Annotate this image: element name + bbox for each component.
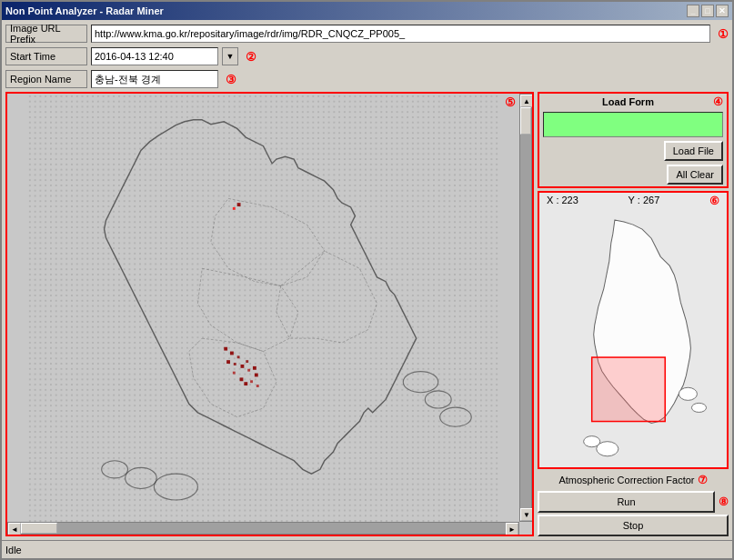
svg-rect-25 (256, 385, 259, 387)
image-url-label: Image URL Prefix (5, 25, 87, 43)
badge-5: ⑤ (505, 95, 516, 109)
status-bar: Idle (2, 540, 732, 558)
badge-8: ⑧ (719, 495, 729, 508)
svg-rect-17 (246, 360, 248, 363)
map-coordinates: X : 223 Y : 267 ⑥ (539, 193, 727, 209)
scroll-left-button[interactable]: ◄ (8, 523, 21, 535)
start-time-row: Start Time ▼ ② (5, 46, 729, 66)
stop-button[interactable]: Stop (538, 515, 729, 536)
mini-map-svg (539, 211, 727, 469)
svg-rect-13 (237, 355, 240, 358)
coord-y: Y : 267 (628, 195, 660, 207)
load-form-indicator (543, 112, 723, 137)
coord-x: X : 223 (547, 195, 578, 207)
maximize-button[interactable]: □ (701, 5, 714, 17)
region-name-row: Region Name ③ (5, 69, 729, 89)
svg-rect-16 (241, 365, 245, 368)
right-buttons: Load File (539, 139, 727, 163)
status-text: Idle (5, 545, 22, 555)
image-url-row: Image URL Prefix ① (5, 24, 729, 44)
atmospheric-correction-label: Atmospheric Correction Factor ⑦ (538, 472, 729, 488)
badge-2: ② (246, 50, 256, 64)
badge-3: ③ (226, 73, 236, 86)
scroll-right-button[interactable]: ► (506, 523, 518, 535)
svg-rect-11 (224, 347, 227, 351)
map-canvas[interactable] (7, 94, 519, 522)
svg-rect-19 (247, 369, 250, 372)
start-time-label: Start Time (5, 47, 87, 65)
vertical-scroll-track[interactable] (520, 107, 531, 508)
all-clear-button[interactable]: All Clear (667, 165, 723, 185)
svg-rect-15 (234, 363, 236, 365)
map-svg (7, 94, 519, 522)
datetime-dropdown-button[interactable]: ▼ (222, 47, 238, 65)
main-map-panel: ▲ ▼ ◄ ► ⑤ (5, 92, 534, 536)
svg-rect-18 (253, 366, 256, 370)
svg-rect-22 (240, 377, 244, 381)
scroll-up-button[interactable]: ▲ (520, 95, 533, 107)
right-panel: Load Form ④ Load File All Clear (538, 92, 729, 536)
badge-7: ⑦ (698, 474, 708, 486)
horizontal-scrollbar[interactable]: ◄ ► (7, 522, 519, 535)
close-button[interactable]: ✕ (716, 5, 729, 17)
window-title: Non Point Analyzer - Radar Miner (5, 5, 164, 16)
main-window: Non Point Analyzer - Radar Miner _ □ ✕ I… (0, 0, 734, 560)
svg-rect-31 (592, 357, 666, 421)
all-clear-row: All Clear (539, 163, 727, 186)
vertical-scrollbar[interactable]: ▲ ▼ (519, 94, 532, 522)
svg-rect-12 (230, 352, 234, 355)
svg-rect-23 (250, 380, 253, 383)
horizontal-scroll-thumb[interactable] (21, 523, 57, 534)
title-bar-buttons: _ □ ✕ (687, 5, 729, 17)
run-stop-area: Run ⑧ Stop (538, 491, 729, 536)
vertical-scroll-thumb[interactable] (520, 107, 531, 135)
svg-rect-21 (233, 372, 236, 375)
svg-rect-10 (233, 207, 236, 210)
region-name-label: Region Name (5, 70, 87, 88)
badge-1: ① (718, 27, 729, 41)
svg-rect-24 (244, 382, 247, 385)
scroll-down-button[interactable]: ▼ (520, 508, 533, 521)
load-form-title: Load Form (543, 96, 713, 107)
svg-point-29 (679, 387, 697, 400)
svg-point-28 (584, 436, 600, 447)
load-form-header: Load Form ④ (539, 94, 727, 110)
horizontal-scroll-track[interactable] (21, 523, 506, 534)
badge-6: ⑥ (709, 195, 719, 207)
svg-rect-9 (237, 203, 241, 206)
svg-point-30 (691, 403, 706, 412)
svg-rect-2 (27, 94, 499, 522)
main-area: ▲ ▼ ◄ ► ⑤ (5, 92, 729, 536)
load-file-button[interactable]: Load File (664, 141, 723, 161)
svg-rect-14 (226, 360, 230, 364)
minimize-button[interactable]: _ (687, 5, 699, 17)
start-time-input[interactable] (91, 47, 218, 65)
svg-rect-20 (255, 374, 258, 377)
content-area: Image URL Prefix ① Start Time ▼ ② Region… (2, 20, 732, 540)
title-bar: Non Point Analyzer - Radar Miner _ □ ✕ (2, 2, 732, 20)
run-button[interactable]: Run (538, 491, 715, 513)
load-form-area: Load Form ④ Load File All Clear (538, 92, 729, 188)
mini-map-panel: X : 223 Y : 267 ⑥ (538, 191, 729, 469)
image-url-input[interactable] (91, 25, 710, 43)
region-name-input[interactable] (91, 70, 218, 88)
badge-4: ④ (713, 95, 723, 108)
